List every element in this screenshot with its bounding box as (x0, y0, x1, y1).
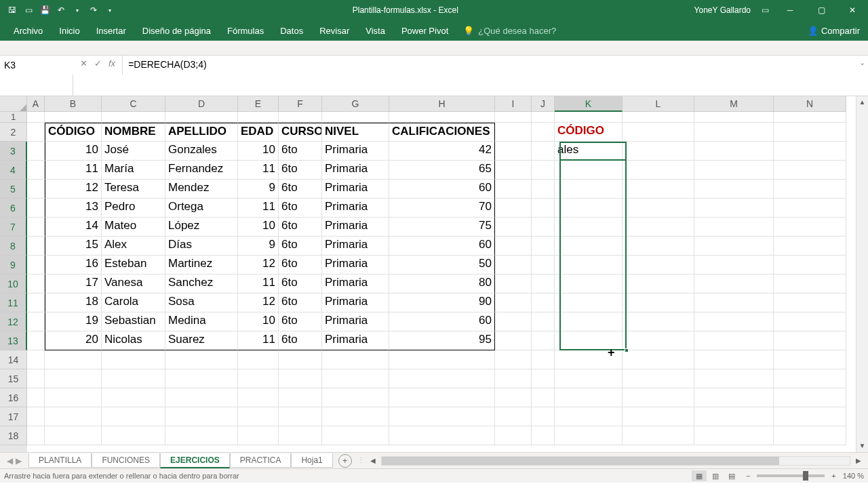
cell[interactable] (27, 161, 45, 180)
cell[interactable] (555, 274, 623, 293)
cell[interactable] (623, 407, 694, 426)
cell[interactable]: CURSO (279, 123, 322, 142)
cell[interactable] (238, 407, 279, 426)
cell[interactable] (555, 312, 623, 331)
cell[interactable]: Ortega (165, 199, 238, 218)
save-icon[interactable]: 🖫 (7, 5, 18, 16)
cell[interactable]: Mendez (165, 180, 238, 199)
view-page-layout-icon[interactable]: ▥ (708, 470, 723, 481)
cell[interactable]: Esteban (102, 256, 165, 274)
zoom-slider[interactable] (757, 474, 825, 477)
cell[interactable] (102, 426, 165, 445)
cell[interactable]: Primaria (322, 331, 389, 350)
cell[interactable]: Alex (102, 237, 165, 256)
cell[interactable]: NOMBRE (102, 123, 165, 142)
row-header-11[interactable]: 11 (0, 293, 27, 312)
cell[interactable] (694, 293, 774, 312)
cell[interactable] (555, 180, 623, 199)
cell[interactable] (495, 142, 532, 161)
cell[interactable] (45, 407, 102, 426)
cell[interactable] (27, 199, 45, 218)
cell[interactable]: Nicolas (102, 331, 165, 350)
fx-icon[interactable]: fx (108, 58, 115, 68)
cell[interactable]: ales (555, 142, 623, 161)
row-header-18[interactable]: 18 (0, 426, 27, 445)
view-page-break-icon[interactable]: ▤ (724, 470, 739, 481)
sheet-tab-hoja1[interactable]: Hoja1 (291, 453, 332, 468)
cell[interactable] (623, 123, 694, 142)
cell[interactable] (623, 199, 694, 218)
cell[interactable]: María (102, 161, 165, 180)
cell[interactable]: 6to (279, 256, 322, 274)
cell[interactable] (532, 293, 555, 312)
cell[interactable]: 6to (279, 161, 322, 180)
cell[interactable] (623, 331, 694, 350)
cell[interactable] (389, 369, 495, 388)
cell[interactable] (495, 274, 532, 293)
col-header-J[interactable]: J (532, 96, 555, 112)
cell[interactable] (694, 274, 774, 293)
row-header-10[interactable]: 10 (0, 274, 27, 293)
cell[interactable]: 80 (389, 274, 495, 293)
cell[interactable]: 60 (389, 237, 495, 256)
cell[interactable] (238, 350, 279, 369)
cell[interactable] (27, 350, 45, 369)
cell[interactable] (495, 350, 532, 369)
cell[interactable] (555, 331, 623, 350)
cell[interactable]: 12 (238, 293, 279, 312)
cell[interactable] (495, 123, 532, 142)
cell[interactable] (165, 426, 238, 445)
cell[interactable] (532, 256, 555, 274)
undo-icon[interactable]: ↶ (56, 5, 66, 16)
cell[interactable] (555, 237, 623, 256)
cell[interactable] (532, 312, 555, 331)
cell[interactable] (532, 350, 555, 369)
cell[interactable] (774, 199, 846, 218)
cell[interactable] (623, 369, 694, 388)
col-header-L[interactable]: L (623, 96, 694, 112)
cell[interactable] (27, 388, 45, 407)
cell[interactable] (774, 237, 846, 256)
save-icon-2[interactable]: 💾 (39, 5, 50, 16)
cell[interactable]: 6to (279, 237, 322, 256)
user-name[interactable]: YoneY Gallardo (689, 5, 756, 15)
cell[interactable] (694, 369, 774, 388)
cell[interactable]: 20 (45, 331, 102, 350)
cell[interactable] (165, 112, 238, 123)
row-header-5[interactable]: 5 (0, 180, 27, 199)
cell[interactable] (532, 218, 555, 237)
share-button[interactable]: 👤 Compartir (800, 26, 868, 36)
cell[interactable]: López (165, 218, 238, 237)
cell[interactable] (45, 426, 102, 445)
cell[interactable] (694, 218, 774, 237)
cell[interactable] (495, 293, 532, 312)
cell[interactable] (495, 161, 532, 180)
row-header-9[interactable]: 9 (0, 256, 27, 274)
cell[interactable] (555, 350, 623, 369)
cell[interactable] (238, 426, 279, 445)
cell[interactable] (555, 369, 623, 388)
add-sheet-button[interactable]: + (338, 454, 352, 468)
cell[interactable] (555, 161, 623, 180)
cell[interactable] (532, 199, 555, 218)
cell[interactable] (774, 256, 846, 274)
cell[interactable] (774, 369, 846, 388)
cell[interactable]: 15 (45, 237, 102, 256)
tellme-search[interactable]: 💡 ¿Qué desea hacer? (463, 26, 556, 36)
tab-diseno[interactable]: Diseño de página (134, 22, 219, 40)
cell[interactable] (238, 112, 279, 123)
cell[interactable] (532, 388, 555, 407)
cell[interactable] (165, 369, 238, 388)
cell[interactable] (279, 112, 322, 123)
cell[interactable] (694, 180, 774, 199)
cell[interactable] (27, 180, 45, 199)
cell[interactable] (532, 180, 555, 199)
cell[interactable] (532, 274, 555, 293)
cell[interactable] (495, 237, 532, 256)
cell[interactable]: 6to (279, 331, 322, 350)
cell[interactable]: 95 (389, 331, 495, 350)
cell[interactable] (555, 426, 623, 445)
cell[interactable] (27, 218, 45, 237)
sheet-tab-funciones[interactable]: FUNCIONES (92, 453, 160, 468)
cell[interactable]: Primaria (322, 256, 389, 274)
